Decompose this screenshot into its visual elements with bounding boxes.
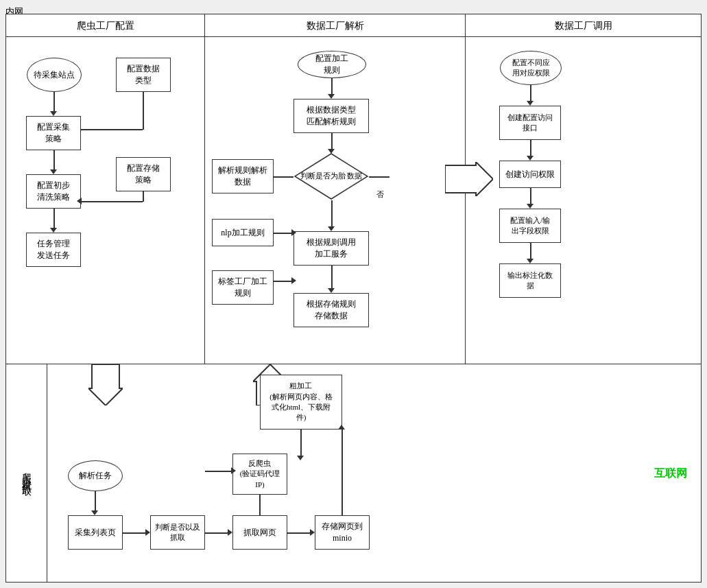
box-output-data: 输出标注化数 据: [499, 263, 561, 298]
panel-crawler-title: 爬虫工厂配置: [6, 14, 204, 37]
left-label: 爬虫分机抓取: [6, 364, 47, 582]
panel-call: 数据工厂调用 配置不同应 用对应权限 创建配置访问 接口 创建访问权限: [466, 14, 701, 364]
oval-config-perm: 配置不同应 用对应权限: [500, 51, 562, 85]
box-task-manage: 任务管理 发送任务: [26, 233, 81, 267]
no-label: 否: [376, 189, 384, 200]
box-store-minio: 存储网页到 minio: [315, 515, 370, 550]
box-create-config-api: 创建配置访问 接口: [499, 106, 561, 140]
svg-marker-3: [445, 162, 493, 196]
top-section: 爬虫工厂配置 待采集站点 配置数据 类型 配置采集 策略: [6, 14, 701, 364]
box-create-perm: 创建访问权限: [499, 161, 561, 188]
main-container: 爬虫工厂配置 待采集站点 配置数据 类型 配置采集 策略: [5, 14, 702, 583]
panel-data-title: 数据工厂解析: [205, 14, 465, 37]
box-config-clean: 配置初步 清洗策略: [26, 174, 81, 209]
panel-crawler: 爬虫工厂配置 待采集站点 配置数据 类型 配置采集 策略: [6, 14, 205, 364]
bottom-section: 爬虫分机抓取 粗加工 (解析网页内容、格 式化html、下载附 件) 解析任务 …: [6, 364, 701, 582]
box-nlp-rule: nlp加工规则: [212, 219, 274, 246]
oval-parse-task: 解析任务: [68, 460, 123, 491]
box-config-collect: 配置采集 策略: [26, 116, 81, 150]
box-rough-process: 粗加工 (解析网页内容、格 式化html、下载附 件): [260, 375, 342, 430]
diamond-judge: 判断是否为胎 数据: [293, 152, 369, 200]
box-call-service: 根据规则调用 加工服务: [293, 231, 369, 266]
box-tag-rule: 标签工厂加工 规则: [212, 270, 274, 305]
box-collect-list: 采集列表页: [68, 515, 123, 550]
box-config-storage: 配置存储 策略: [116, 157, 171, 191]
panel-call-title: 数据工厂调用: [466, 14, 701, 37]
panel-data: 数据工厂解析 配置加工 规则 根据数据类型 匹配解析规则: [205, 14, 466, 364]
box-config-data-type: 配置数据 类型: [116, 58, 171, 92]
internet-label: 互联网: [654, 466, 687, 480]
box-match-rule: 根据数据类型 匹配解析规则: [293, 99, 369, 133]
bottom-main: 粗加工 (解析网页内容、格 式化html、下载附 件) 解析任务 采集列表页: [47, 364, 701, 582]
box-judge-crawl: 判断是否以及 抓取: [150, 515, 205, 550]
box-config-io: 配置输入/输 出字段权限: [499, 209, 561, 243]
oval-start: 待采集站点: [27, 58, 82, 92]
box-anti-crawler: 反爬虫 (验证码代理 IP): [232, 454, 287, 495]
oval-config-rule: 配置加工 规则: [298, 51, 366, 78]
big-arrow-right: [445, 162, 493, 199]
box-parse-rule: 解析规则解析 数据: [212, 159, 274, 193]
box-store-data: 根据存储规则 存储数据: [293, 293, 369, 327]
box-crawl-page: 抓取网页: [232, 515, 287, 550]
